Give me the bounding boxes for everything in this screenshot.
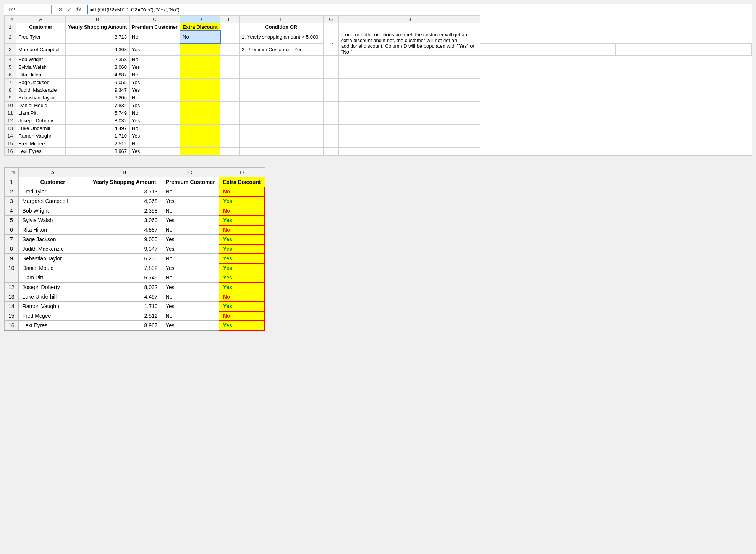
cell-a8[interactable]: Judith Mackenzie — [16, 86, 66, 94]
cell-b9[interactable]: 6,206 — [66, 94, 130, 102]
cell-d3[interactable] — [180, 43, 220, 56]
bottom-cell-a5[interactable]: Sylvia Walsh — [18, 216, 87, 225]
cell-d11[interactable] — [180, 109, 220, 117]
bottom-cell-b6[interactable]: 4,887 — [87, 225, 162, 235]
col-header-f[interactable]: F — [239, 16, 323, 23]
bottom-cell-d6[interactable]: No — [219, 225, 265, 235]
col-header-e[interactable]: E — [220, 16, 239, 23]
bottom-cell-a7[interactable]: Sage Jackson — [18, 235, 87, 244]
cell-a11[interactable]: Liam Pitt — [16, 109, 66, 117]
bottom-cell-b5[interactable]: 3,060 — [87, 216, 162, 225]
bottom-cell-c14[interactable]: Yes — [162, 302, 219, 311]
bottom-cell-c2[interactable]: No — [162, 187, 219, 197]
bottom-col-header-d[interactable]: D — [219, 168, 265, 177]
cell-a10[interactable]: Daniel Mould — [16, 102, 66, 109]
cell-a14[interactable]: Ramon Vaughn — [16, 132, 66, 140]
cell-b15[interactable]: 2,512 — [66, 140, 130, 148]
cell-d2[interactable]: No — [180, 31, 220, 44]
bottom-cell-a9[interactable]: Sebastian Taylor — [18, 254, 87, 263]
bottom-cell-d12[interactable]: Yes — [219, 283, 265, 292]
bottom-cell-d4[interactable]: No — [219, 206, 265, 216]
bottom-cell-c9[interactable]: No — [162, 254, 219, 263]
bottom-cell-b8[interactable]: 9,347 — [87, 244, 162, 254]
bottom-cell-d10[interactable]: Yes — [219, 263, 265, 273]
bottom-cell-c12[interactable]: Yes — [162, 283, 219, 292]
bottom-cell-a14[interactable]: Ramon Vaughn — [18, 302, 87, 311]
col-header-h[interactable]: H — [338, 16, 480, 23]
cell-d15[interactable] — [180, 140, 220, 148]
cell-a15[interactable]: Fred Mcgee — [16, 140, 66, 148]
bottom-cell-d9[interactable]: Yes — [219, 254, 265, 263]
cell-c5[interactable]: Yes — [130, 63, 180, 71]
cell-b11[interactable]: 5,749 — [66, 109, 130, 117]
cell-d4[interactable] — [180, 56, 220, 63]
col-header-b[interactable]: B — [66, 16, 130, 23]
bottom-cell-d11[interactable]: Yes — [219, 273, 265, 283]
cell-a12[interactable]: Joseph Doherty — [16, 117, 66, 125]
bottom-cell-a6[interactable]: Rita Hilton — [18, 225, 87, 235]
bottom-cell-d5[interactable]: Yes — [219, 216, 265, 225]
cell-b10[interactable]: 7,832 — [66, 102, 130, 109]
cell-d13[interactable] — [180, 125, 220, 132]
cell-c12[interactable]: Yes — [130, 117, 180, 125]
bottom-cell-d8[interactable]: Yes — [219, 244, 265, 254]
bottom-cell-b10[interactable]: 7,832 — [87, 263, 162, 273]
cell-d14[interactable] — [180, 132, 220, 140]
cell-b13[interactable]: 4,497 — [66, 125, 130, 132]
bottom-cell-a13[interactable]: Luke Underhill — [18, 292, 87, 302]
bottom-cell-a11[interactable]: Liam Pitt — [18, 273, 87, 283]
bottom-cell-c10[interactable]: Yes — [162, 263, 219, 273]
cell-c3[interactable]: Yes — [130, 43, 180, 56]
cell-c11[interactable]: No — [130, 109, 180, 117]
cell-b16[interactable]: 8,967 — [66, 148, 130, 155]
cell-a7[interactable]: Sage Jackson — [16, 79, 66, 86]
bottom-cell-d3[interactable]: Yes — [219, 197, 265, 206]
cell-d10[interactable] — [180, 102, 220, 109]
bottom-col-header-a[interactable]: A — [18, 168, 87, 177]
bottom-col-header-c[interactable]: C — [162, 168, 219, 177]
bottom-cell-a15[interactable]: Fred Mcgee — [18, 311, 87, 321]
cell-a16[interactable]: Lexi Eyres — [16, 148, 66, 155]
bottom-cell-b14[interactable]: 1,710 — [87, 302, 162, 311]
bottom-cell-a4[interactable]: Bob Wright — [18, 206, 87, 216]
formula-input[interactable] — [87, 5, 750, 14]
name-box[interactable] — [6, 5, 52, 14]
cell-c2[interactable]: No — [130, 31, 180, 44]
bottom-cell-a3[interactable]: Margaret Campbell — [18, 197, 87, 206]
cell-c16[interactable]: Yes — [130, 148, 180, 155]
bottom-cell-d14[interactable]: Yes — [219, 302, 265, 311]
bottom-cell-b12[interactable]: 8,032 — [87, 283, 162, 292]
cell-b2[interactable]: 3,713 — [66, 31, 130, 44]
cell-c4[interactable]: No — [130, 56, 180, 63]
bottom-cell-d15[interactable]: No — [219, 311, 265, 321]
cell-b5[interactable]: 3,060 — [66, 63, 130, 71]
bottom-cell-c4[interactable]: No — [162, 206, 219, 216]
cell-b3[interactable]: 4,368 — [66, 43, 130, 56]
cell-d5[interactable] — [180, 63, 220, 71]
cell-b6[interactable]: 4,887 — [66, 71, 130, 79]
fx-icon[interactable]: fx — [75, 6, 83, 13]
cell-a6[interactable]: Rita Hilton — [16, 71, 66, 79]
cell-c8[interactable]: Yes — [130, 86, 180, 94]
cancel-icon[interactable]: ✕ — [57, 6, 64, 13]
col-header-c[interactable]: C — [130, 16, 180, 23]
bottom-cell-b3[interactable]: 4,368 — [87, 197, 162, 206]
cell-a3[interactable]: Margaret Campbell — [16, 43, 66, 56]
bottom-cell-b13[interactable]: 4,497 — [87, 292, 162, 302]
bottom-cell-b9[interactable]: 6,206 — [87, 254, 162, 263]
bottom-cell-c16[interactable]: Yes — [162, 321, 219, 330]
cell-c9[interactable]: No — [130, 94, 180, 102]
bottom-cell-d13[interactable]: No — [219, 292, 265, 302]
cell-d6[interactable] — [180, 71, 220, 79]
bottom-cell-b2[interactable]: 3,713 — [87, 187, 162, 197]
bottom-cell-d16[interactable]: Yes — [219, 321, 265, 330]
confirm-icon[interactable]: ✓ — [66, 6, 73, 13]
bottom-cell-c11[interactable]: No — [162, 273, 219, 283]
bottom-cell-b11[interactable]: 5,749 — [87, 273, 162, 283]
bottom-cell-d7[interactable]: Yes — [219, 235, 265, 244]
bottom-cell-c13[interactable]: No — [162, 292, 219, 302]
col-header-a[interactable]: A — [16, 16, 66, 23]
cell-a2[interactable]: Fred Tyler — [16, 31, 66, 44]
cell-d7[interactable] — [180, 79, 220, 86]
cell-b12[interactable]: 8,032 — [66, 117, 130, 125]
